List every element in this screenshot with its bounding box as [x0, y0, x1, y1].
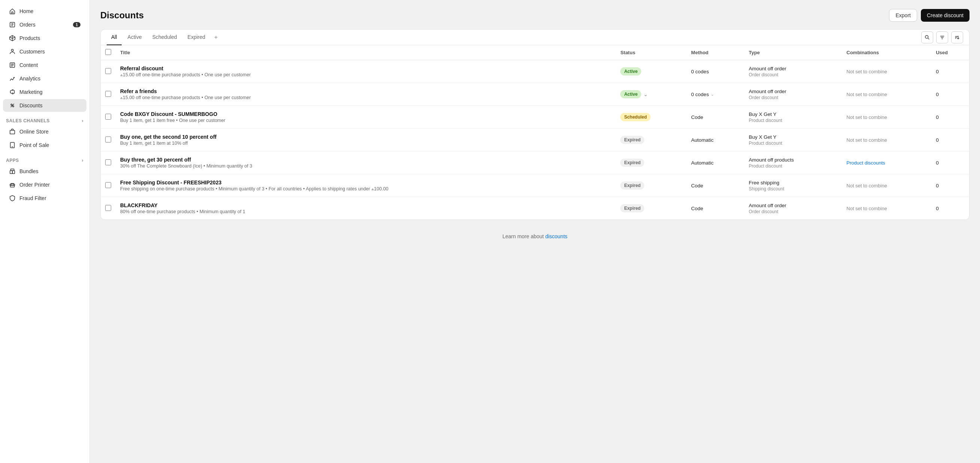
select-all-checkbox[interactable] — [105, 49, 111, 55]
sidebar-item-analytics[interactable]: Analytics — [3, 72, 86, 85]
table-row[interactable]: BLACKFRIDAY 80% off one-time purchase pr… — [101, 197, 969, 220]
discount-title: Free Shipping Discount - FREESHIP2023 — [120, 179, 611, 186]
tab-scheduled[interactable]: Scheduled — [148, 30, 181, 45]
discounts-learn-link[interactable]: discounts — [546, 233, 568, 239]
row-type-cell: Free shipping Shipping discount — [744, 174, 842, 197]
sidebar-item-home[interactable]: Home — [3, 5, 86, 17]
sidebar-item-content[interactable]: Content — [3, 59, 86, 71]
row-checkbox-0[interactable] — [105, 68, 111, 74]
method-cell: 0 codes — [691, 69, 740, 75]
row-status-cell: Active — [616, 60, 687, 83]
combinations-text: Not set to combine — [846, 69, 887, 75]
row-title-cell: Code BXGY Discount - SUMMERBOGO Buy 1 it… — [116, 106, 616, 128]
bundles-icon — [9, 168, 16, 174]
orders-icon — [9, 21, 16, 28]
table-row[interactable]: Refer a friends ₼15.00 off one-time purc… — [101, 83, 969, 106]
status-dropdown-chevron[interactable]: ⌄ — [643, 91, 648, 97]
row-checkbox-6[interactable] — [105, 205, 111, 211]
sidebar-item-orders[interactable]: Orders 1 — [3, 18, 86, 31]
table-row[interactable]: Code BXGY Discount - SUMMERBOGO Buy 1 it… — [101, 106, 969, 128]
row-type-cell: Buy X Get Y Product discount — [744, 106, 842, 128]
sidebar-item-order-printer[interactable]: Order Printer — [3, 178, 86, 191]
row-checkbox-5[interactable] — [105, 182, 111, 188]
add-tab-button[interactable]: + — [211, 31, 221, 44]
method-cell: Code — [691, 206, 740, 211]
status-badge: Scheduled — [620, 113, 651, 121]
select-all-header — [101, 45, 116, 60]
type-sub: Product discount — [749, 141, 837, 146]
row-combinations-cell: Product discounts — [842, 151, 931, 174]
sidebar-item-products[interactable]: Products — [3, 32, 86, 44]
row-combinations-cell: Not set to combine — [842, 83, 931, 106]
used-count: 0 — [936, 92, 939, 97]
apps-header[interactable]: Apps › — [0, 155, 89, 165]
type-sub: Order discount — [749, 72, 837, 78]
used-header: Used — [931, 45, 969, 60]
sidebar-item-customers[interactable]: Customers — [3, 45, 86, 58]
search-button[interactable] — [921, 32, 933, 43]
type-main: Amount off order — [749, 89, 837, 94]
status-cell: Expired — [620, 204, 682, 212]
row-used-cell: 0 — [931, 60, 969, 83]
sales-channels-header[interactable]: Sales channels › — [0, 115, 89, 125]
used-count: 0 — [936, 137, 939, 143]
method-value: Code — [691, 114, 703, 120]
pos-icon — [9, 142, 16, 149]
tab-active[interactable]: Active — [123, 30, 146, 45]
svg-rect-6 — [10, 130, 15, 134]
sidebar-item-bundles[interactable]: Bundles — [3, 165, 86, 178]
table-row[interactable]: Referral discount ₼15.00 off one-time pu… — [101, 60, 969, 83]
row-checkbox-4[interactable] — [105, 159, 111, 165]
sidebar: Home Orders 1 Products Customer — [0, 0, 90, 463]
sidebar-item-marketing[interactable]: Marketing — [3, 86, 86, 98]
tab-all[interactable]: All — [107, 30, 122, 45]
row-type-cell: Amount off products Product discount — [744, 151, 842, 174]
row-method-cell: Automatic — [687, 128, 744, 151]
marketing-icon — [9, 89, 16, 95]
sidebar-item-analytics-label: Analytics — [19, 76, 40, 81]
discount-title: Referral discount — [120, 65, 611, 71]
row-status-cell: Expired — [616, 128, 687, 151]
discount-subtitle: Free shipping on one-time purchase produ… — [120, 186, 611, 192]
status-badge: Active — [620, 67, 641, 76]
type-main: Buy X Get Y — [749, 111, 837, 117]
table-row[interactable]: Buy one, get the second 10 percent off B… — [101, 128, 969, 151]
table-row[interactable]: Free Shipping Discount - FREESHIP2023 Fr… — [101, 174, 969, 197]
sidebar-item-online-store[interactable]: Online Store — [3, 125, 86, 138]
svg-rect-8 — [10, 171, 12, 174]
row-checkbox-2[interactable] — [105, 114, 111, 120]
row-combinations-cell: Not set to combine — [842, 106, 931, 128]
row-select-cell — [101, 106, 116, 128]
row-used-cell: 0 — [931, 197, 969, 220]
row-checkbox-3[interactable] — [105, 136, 111, 143]
row-method-cell: Code — [687, 197, 744, 220]
row-checkbox-1[interactable] — [105, 91, 111, 97]
discount-title: Buy three, get 30 percent off — [120, 157, 611, 163]
row-method-cell: Code — [687, 106, 744, 128]
used-count: 0 — [936, 183, 939, 189]
combinations-link[interactable]: Product discounts — [846, 160, 885, 166]
discount-subtitle: ₼15.00 off one-time purchase products • … — [120, 95, 611, 100]
table-row[interactable]: Buy three, get 30 percent off 30% off Th… — [101, 151, 969, 174]
row-status-cell: Expired — [616, 174, 687, 197]
filter-button[interactable] — [936, 32, 948, 43]
combinations-text: Not set to combine — [846, 137, 887, 143]
row-status-cell: Expired — [616, 197, 687, 220]
method-cell: Automatic — [691, 160, 740, 166]
create-discount-button[interactable]: Create discount — [921, 9, 969, 22]
svg-point-1 — [11, 49, 13, 51]
type-main: Amount off products — [749, 157, 837, 163]
sidebar-item-fraud-filter[interactable]: Fraud Filter — [3, 192, 86, 205]
row-combinations-cell: Not set to combine — [842, 128, 931, 151]
tab-expired[interactable]: Expired — [183, 30, 210, 45]
export-button[interactable]: Export — [889, 9, 917, 22]
sidebar-item-content-label: Content — [19, 62, 38, 68]
svg-point-3 — [14, 77, 14, 78]
sidebar-item-discounts[interactable]: Discounts — [3, 99, 86, 112]
type-sub: Order discount — [749, 95, 837, 100]
status-cell: Expired — [620, 136, 682, 144]
sidebar-item-pos[interactable]: Point of Sale — [3, 139, 86, 151]
combinations-text: Not set to combine — [846, 114, 887, 120]
sort-button[interactable] — [951, 32, 963, 43]
status-badge: Expired — [620, 204, 644, 212]
